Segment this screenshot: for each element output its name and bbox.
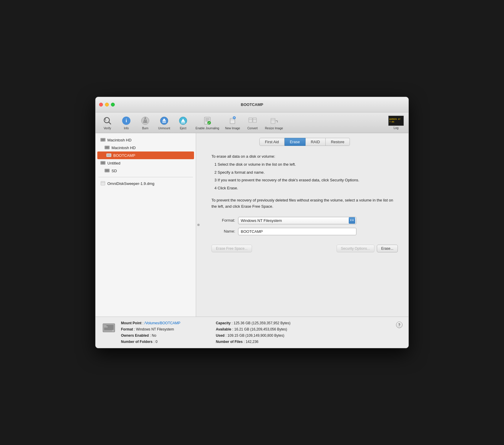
unmount-icon: [159, 115, 169, 126]
svg-rect-21: [205, 121, 208, 121]
svg-rect-46: [105, 170, 109, 172]
svg-point-38: [104, 141, 105, 142]
main-content: Macintosh HD Macintosh HD: [96, 133, 408, 317]
tab-first-aid[interactable]: First Aid: [259, 138, 285, 146]
svg-rect-14: [162, 122, 166, 123]
verify-label: Verify: [104, 127, 111, 130]
capacity-row: Capacity : 125.36 GB (125,359,357,952 By…: [216, 320, 290, 326]
svg-rect-53: [104, 327, 108, 327]
disk-utility-window: BOOTCAMP Verify i Info: [95, 97, 409, 348]
minimize-button[interactable]: [105, 103, 109, 107]
format-select[interactable]: Windows NT Filesystem Mac OS Extended (J…: [238, 217, 356, 224]
sidebar-item-omnidisk[interactable]: OmniDiskSweeper-1.9.dmg: [96, 180, 196, 187]
erase-free-space-button[interactable]: Erase Free Space...: [211, 245, 252, 252]
sidebar-item-macintosh-hd-parent[interactable]: Macintosh HD: [96, 136, 196, 144]
erase-instructions: To erase all data on a disk or volume: 1…: [211, 154, 398, 191]
new-image-toolbar-item[interactable]: + New Image: [223, 114, 243, 131]
tab-erase[interactable]: Erase: [285, 138, 306, 146]
help-button[interactable]: ?: [396, 322, 403, 328]
sd-disk-icon: [104, 168, 110, 173]
panel-divider: [197, 224, 200, 226]
info-toolbar-item[interactable]: i Info: [117, 114, 135, 131]
verify-toolbar-item[interactable]: Verify: [98, 114, 116, 131]
erase-step-4: 4 Click Erase.: [214, 185, 398, 191]
log-thumbnail: WARNIN AY 7:86: [388, 116, 404, 126]
format-info-row: Format : Windows NT Filesystem: [121, 327, 180, 332]
svg-rect-44: [101, 162, 105, 164]
titlebar: BOOTCAMP: [96, 97, 408, 112]
sidebar-label-sd: SD: [112, 169, 117, 173]
enable-journaling-toolbar-item[interactable]: ✓ Enable Journaling: [193, 114, 222, 131]
info-bar: Mount Point : /Volumes/BOOTCAMP Format :…: [96, 317, 408, 348]
tab-restore[interactable]: Restore: [326, 138, 350, 146]
erase-button[interactable]: Erase...: [377, 245, 398, 252]
svg-point-51: [112, 330, 114, 332]
close-button[interactable]: [99, 103, 103, 107]
svg-rect-29: [253, 118, 256, 122]
unmount-label: Unmount: [158, 127, 170, 130]
name-row: Name:: [211, 228, 398, 235]
new-image-icon: +: [227, 115, 238, 126]
sidebar-item-bootcamp[interactable]: BOOTCAMP: [97, 151, 194, 159]
svg-rect-47: [101, 181, 105, 185]
svg-rect-37: [101, 139, 105, 141]
sidebar-item-macintosh-hd-child[interactable]: Macintosh HD: [96, 144, 196, 151]
used-row: Used : 109.15 GB (109,149,900,800 Bytes): [216, 333, 290, 338]
sidebar-item-untitled[interactable]: Untitled: [96, 159, 196, 167]
svg-rect-19: [205, 118, 209, 119]
eject-icon: [178, 115, 188, 126]
sidebar-label-omnidisk: OmniDiskSweeper-1.9.dmg: [107, 181, 154, 186]
disk-icon: [100, 137, 106, 143]
sidebar-label-macintosh-hd-child: Macintosh HD: [112, 146, 136, 150]
convert-label: Convert: [247, 127, 258, 130]
enable-journaling-label: Enable Journaling: [196, 127, 219, 130]
folders-row: Number of Folders : 0: [121, 339, 180, 344]
svg-rect-17: [181, 122, 185, 123]
right-buttons: Security Options... Erase...: [337, 245, 398, 252]
info-right-col: Capacity : 125.36 GB (125,359,357,952 By…: [216, 320, 290, 344]
svg-text:✓: ✓: [208, 122, 210, 125]
disk-child-icon: [104, 145, 110, 150]
sidebar-label-bootcamp: BOOTCAMP: [113, 153, 135, 158]
svg-line-1: [109, 122, 111, 124]
sidebar-item-sd[interactable]: SD: [96, 167, 196, 175]
convert-toolbar-item[interactable]: Convert: [244, 114, 261, 131]
format-select-wrapper: Windows NT Filesystem Mac OS Extended (J…: [238, 217, 356, 224]
new-image-label: New Image: [225, 127, 240, 130]
sidebar: Macintosh HD Macintosh HD: [96, 133, 196, 317]
log-toolbar-item[interactable]: WARNIN AY 7:86 Log: [387, 115, 406, 130]
svg-rect-52: [104, 325, 106, 326]
security-options-button[interactable]: Security Options...: [337, 245, 374, 252]
bootcamp-disk-icon: [106, 153, 112, 158]
info-left-col: Mount Point : /Volumes/BOOTCAMP Format :…: [121, 320, 180, 344]
eject-label: Eject: [180, 127, 186, 130]
unmount-toolbar-item[interactable]: Unmount: [155, 114, 173, 131]
name-input[interactable]: [238, 228, 356, 235]
traffic-lights: [99, 103, 115, 107]
burn-icon: ☢: [140, 115, 151, 126]
mount-point-link[interactable]: /Volumes/BOOTCAMP: [144, 321, 180, 325]
sidebar-label-macintosh-hd-parent: Macintosh HD: [107, 138, 132, 142]
svg-text:☢: ☢: [144, 120, 146, 123]
svg-rect-42: [107, 154, 111, 156]
sidebar-label-untitled: Untitled: [107, 161, 120, 165]
dmg-icon: [100, 181, 106, 186]
tab-raid[interactable]: RAID: [306, 138, 326, 146]
right-panel: First Aid Erase RAID Restore To erase al…: [201, 133, 408, 317]
owners-row: Owners Enabled : No: [121, 333, 180, 338]
info-disk-icon: [101, 320, 116, 335]
info-label: Info: [124, 127, 129, 130]
erase-step-2: 2 Specify a format and name.: [214, 170, 398, 176]
info-icon: i: [121, 115, 132, 126]
burn-toolbar-item[interactable]: ☢ Burn: [136, 114, 154, 131]
mount-point-row: Mount Point : /Volumes/BOOTCAMP: [121, 320, 180, 326]
resize-image-toolbar-item[interactable]: Resize Image: [263, 114, 285, 131]
untitled-disk-icon: [100, 160, 106, 166]
svg-text:+: +: [234, 116, 235, 119]
enable-journaling-icon: ✓: [202, 115, 213, 126]
eject-toolbar-item[interactable]: Eject: [174, 114, 192, 131]
maximize-button[interactable]: [111, 103, 115, 107]
resize-image-icon: [269, 115, 279, 126]
erase-step-1: 1 Select the disk or volume in the list …: [214, 162, 398, 168]
format-row: Format: Windows NT Filesystem Mac OS Ext…: [211, 217, 398, 224]
